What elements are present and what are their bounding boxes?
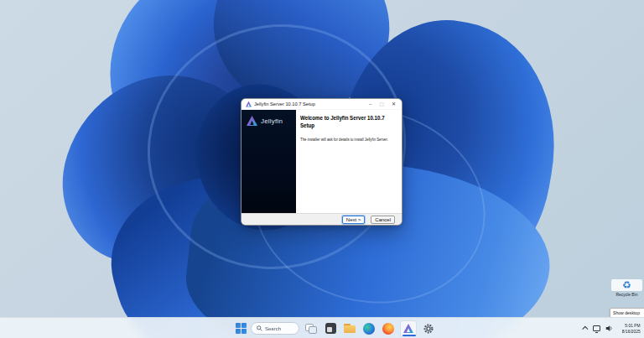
maximize-button[interactable]: ▢ [379,99,384,109]
edge-button[interactable] [361,321,377,336]
recycle-bin-icon: ♻ [611,279,642,291]
cancel-button[interactable]: Cancel [371,216,395,224]
search-label: Search [265,326,281,331]
active-app-indicator [402,335,416,336]
minimize-button[interactable]: – [369,99,371,109]
settings-icon [423,323,434,335]
desktop: ♻ Recycle Bin Show desktop Jellyfin Serv… [0,0,644,338]
jellyfin-logo-icon [247,116,257,126]
task-view-icon [309,326,317,334]
welcome-description: The installer will ask for details to in… [300,137,373,142]
folder-front [344,325,356,333]
file-explorer-button[interactable] [342,321,357,336]
recycle-bin-shortcut[interactable]: ♻ Recycle Bin [611,279,642,297]
network-icon[interactable] [593,325,600,331]
file-explorer-icon [344,324,356,333]
search-box[interactable]: Search [251,322,299,335]
tray-clock[interactable]: 5:01 PM 8/16/2025 [622,323,641,335]
start-button[interactable] [235,323,247,335]
installer-footer: Next > Cancel [242,213,402,226]
jellyfin-icon [403,324,413,333]
tray-chevron-up-icon[interactable] [583,326,589,332]
jellyfin-window-icon [246,101,252,107]
firefox-icon [382,323,394,335]
installer-sidebar-banner: Jellyfin [242,110,296,213]
tooltip-text: Show desktop [613,310,640,315]
jellyfin-taskbar-button[interactable] [400,320,417,336]
jellyfin-brand-text: Jellyfin [261,117,283,125]
edge-icon [363,323,375,335]
start-pane [236,323,241,328]
tray-time: 5:01 PM [622,323,641,329]
start-pane [236,329,241,334]
terminal-icon [325,323,336,334]
next-button[interactable]: Next > [342,216,366,224]
search-icon [257,325,262,331]
start-pane [242,329,247,334]
settings-button[interactable] [421,321,436,336]
recycle-bin-label: Recycle Bin [614,292,639,297]
volume-icon[interactable] [605,325,613,332]
close-button[interactable]: ✕ [392,99,396,109]
task-view-button[interactable] [304,321,319,336]
installer-window: Jellyfin Server 10.10.7 Setup – ▢ ✕ Jell… [241,98,402,226]
window-title: Jellyfin Server 10.10.7 Setup [254,101,361,107]
firefox-button[interactable] [381,321,396,336]
tray-date: 8/16/2025 [622,329,641,335]
welcome-heading-line1: Welcome to Jellyfin Server 10.10.7 [300,114,389,122]
terminal-button[interactable] [323,321,338,336]
taskbar: Search [0,317,644,338]
window-titlebar[interactable]: Jellyfin Server 10.10.7 Setup – ▢ ✕ [242,99,402,110]
welcome-heading-line2: Setup [300,122,389,129]
start-pane [242,323,247,328]
